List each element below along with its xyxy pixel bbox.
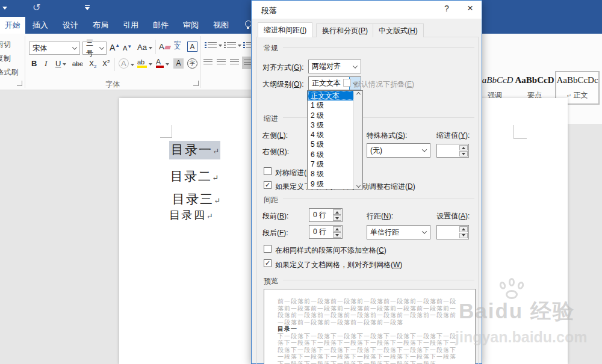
- bullets-button[interactable]: [205, 42, 222, 49]
- cut-button[interactable]: 剪切: [0, 40, 11, 50]
- highlight-color-button[interactable]: ab: [137, 58, 152, 68]
- margin-crop-mark: [514, 125, 514, 139]
- character-shading-button[interactable]: A: [173, 58, 184, 69]
- divider: [155, 40, 156, 54]
- font-dialog-launcher-icon[interactable]: [193, 81, 199, 86]
- enclose-characters-button[interactable]: 字: [187, 58, 197, 69]
- clear-formatting-icon[interactable]: A: [159, 42, 170, 51]
- font-size-combo[interactable]: 三号: [82, 42, 107, 55]
- chevron-down-icon[interactable]: [418, 226, 430, 239]
- ribbon-tab-插入[interactable]: 插入: [25, 17, 55, 34]
- tab-asian-typography[interactable]: 中文版式(H): [373, 23, 424, 37]
- outline-level-combo[interactable]: 正文文本: [308, 76, 361, 90]
- collapsed-by-default-checkbox[interactable]: [343, 79, 351, 87]
- doc-paragraph[interactable]: 目录四↵: [169, 208, 213, 223]
- ribbon-tab-审阅[interactable]: 审阅: [176, 17, 206, 34]
- group-separator: [25, 36, 25, 88]
- align-right-button[interactable]: [230, 59, 239, 66]
- ribbon-tab-视图[interactable]: 视图: [206, 17, 236, 34]
- chevron-down-icon[interactable]: [418, 144, 430, 157]
- help-button[interactable]: ?: [441, 4, 453, 13]
- snap-to-grid-checkbox[interactable]: ✓: [264, 259, 272, 267]
- line-spacing-combo[interactable]: 单倍行距: [367, 225, 430, 239]
- mirror-indents-checkbox[interactable]: [264, 167, 272, 175]
- divider: [114, 58, 115, 71]
- pilcrow-icon: ↵: [206, 212, 213, 221]
- ribbon-tab-邮件[interactable]: 邮件: [146, 17, 176, 34]
- scroll-up-icon[interactable]: [356, 92, 360, 96]
- section-spacing: 间距: [264, 195, 278, 205]
- quick-access-menu-icon[interactable]: [2, 7, 7, 10]
- close-icon[interactable]: ×: [464, 2, 477, 14]
- preview-after-text: 下一段落下一段落下一段落下一段落下一段落下一段落下一段落下一段落下一段落下一段落…: [278, 333, 462, 364]
- phonetic-guide-icon[interactable]: wén 文: [174, 40, 181, 50]
- spin-down-icon[interactable]: [333, 215, 341, 221]
- preview-before-text: 前一段落前一段落前一段落前一段落前一段落前一段落前一段落前一段落前一段落前一段落…: [278, 298, 462, 325]
- italic-button[interactable]: I: [45, 59, 47, 69]
- space-before-spinner[interactable]: 0 行: [309, 208, 343, 222]
- no-space-same-style-checkbox[interactable]: [264, 245, 272, 253]
- dropdown-scrollbar[interactable]: [353, 91, 362, 189]
- spin-down-icon[interactable]: [459, 151, 468, 156]
- font-color-button[interactable]: A: [156, 58, 169, 68]
- outline-level-label: 大纲级别(O):: [262, 79, 304, 90]
- indent-by-spinner[interactable]: [436, 144, 469, 158]
- shrink-font-button[interactable]: A▼: [123, 44, 132, 52]
- pilcrow-icon: ↵: [212, 173, 219, 182]
- character-border-icon[interactable]: A: [187, 42, 197, 52]
- numbering-button[interactable]: [224, 42, 241, 49]
- spin-up-icon[interactable]: [459, 226, 468, 232]
- ribbon-tab-设计[interactable]: 设计: [55, 17, 85, 34]
- superscript-button[interactable]: X2: [102, 59, 110, 68]
- subscript-button[interactable]: X2: [89, 60, 96, 68]
- space-after-label: 段后(F):: [262, 228, 288, 238]
- tab-indents-spacing[interactable]: 缩进和间距(I): [258, 22, 312, 37]
- align-center-button[interactable]: [217, 59, 226, 66]
- spin-down-icon[interactable]: [459, 233, 468, 239]
- undo-icon[interactable]: ↺: [33, 3, 40, 13]
- spin-up-icon[interactable]: [333, 226, 341, 232]
- outline-dropdown-list[interactable]: 正文文本1 级2 级3 级4 级5 级6 级7 级8 级9 级: [307, 90, 363, 190]
- font-group-label: 字体: [105, 79, 120, 90]
- chevron-down-icon[interactable]: [98, 42, 106, 54]
- space-after-spinner[interactable]: 0 行: [309, 225, 343, 239]
- grow-font-button[interactable]: A▲: [110, 43, 120, 52]
- scroll-down-icon[interactable]: [356, 184, 360, 188]
- indent-by-label: 缩进值(Y):: [436, 131, 470, 141]
- auto-adjust-right-checkbox[interactable]: ✓: [264, 181, 272, 189]
- spin-up-icon[interactable]: [459, 145, 468, 150]
- ribbon-tab-引用[interactable]: 引用: [116, 17, 146, 34]
- change-case-button[interactable]: Aa: [137, 43, 152, 52]
- chevron-down-icon[interactable]: [70, 42, 79, 54]
- font-name-combo[interactable]: 宋体: [29, 42, 80, 55]
- special-combo[interactable]: (无): [367, 143, 430, 158]
- strikethrough-button[interactable]: abc: [72, 60, 83, 67]
- tell-me-lightbulb-icon[interactable]: [240, 20, 252, 27]
- at-label: 设置值(A):: [436, 211, 470, 221]
- align-left-button[interactable]: [203, 59, 213, 66]
- spin-up-icon[interactable]: [333, 209, 341, 215]
- alignment-combo[interactable]: 两端对齐: [308, 60, 361, 73]
- text-effects-button[interactable]: A: [119, 58, 134, 69]
- indent-left-label: 左侧(L):: [262, 131, 288, 141]
- clipboard-dialog-launcher-icon[interactable]: [17, 81, 22, 86]
- format-painter-button[interactable]: 格式刷: [0, 67, 18, 78]
- at-spinner[interactable]: [436, 225, 469, 239]
- ribbon-tab-开始[interactable]: 开始: [0, 17, 25, 34]
- word-window: ↺ 开始插入设计布局引用邮件审阅视图 剪切 复制 格式刷 宋体 三号 A▲ A▼…: [0, 0, 602, 364]
- doc-paragraph-selected[interactable]: 目录一↵: [169, 141, 220, 158]
- tab-line-page-breaks[interactable]: 换行和分页(P): [316, 23, 374, 37]
- chevron-down-icon[interactable]: [349, 60, 361, 73]
- indent-right-label: 右侧(R):: [262, 147, 289, 157]
- doc-paragraph[interactable]: 目录三↵: [172, 191, 220, 208]
- pilcrow-icon: ↵: [213, 147, 219, 156]
- ribbon-tab-布局[interactable]: 布局: [85, 17, 116, 34]
- underline-button[interactable]: U: [55, 59, 66, 68]
- collapsed-by-default-label: 默认情况下折叠(E): [354, 79, 414, 90]
- margin-crop-mark: [160, 137, 172, 138]
- copy-button[interactable]: 复制: [0, 54, 11, 64]
- customize-quick-access-icon[interactable]: [85, 5, 90, 10]
- spin-down-icon[interactable]: [333, 232, 341, 238]
- bold-button[interactable]: B: [31, 59, 37, 68]
- doc-paragraph[interactable]: 目录二↵: [170, 168, 219, 185]
